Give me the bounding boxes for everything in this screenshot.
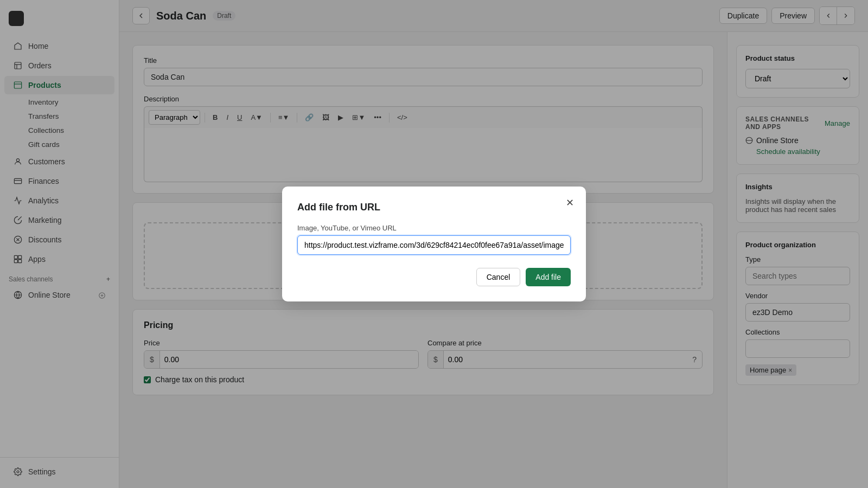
- add-file-button[interactable]: Add file: [526, 268, 571, 286]
- modal-title: Add file from URL: [297, 202, 571, 213]
- modal-actions: Cancel Add file: [297, 268, 571, 286]
- modal-close-button[interactable]: ✕: [562, 195, 577, 210]
- add-file-modal: Add file from URL ✕ Image, YouTube, or V…: [282, 187, 586, 301]
- url-field-label: Image, YouTube, or Vimeo URL: [297, 224, 571, 232]
- url-input[interactable]: [297, 235, 571, 255]
- cancel-button[interactable]: Cancel: [476, 268, 521, 286]
- modal-overlay[interactable]: Add file from URL ✕ Image, YouTube, or V…: [0, 0, 868, 488]
